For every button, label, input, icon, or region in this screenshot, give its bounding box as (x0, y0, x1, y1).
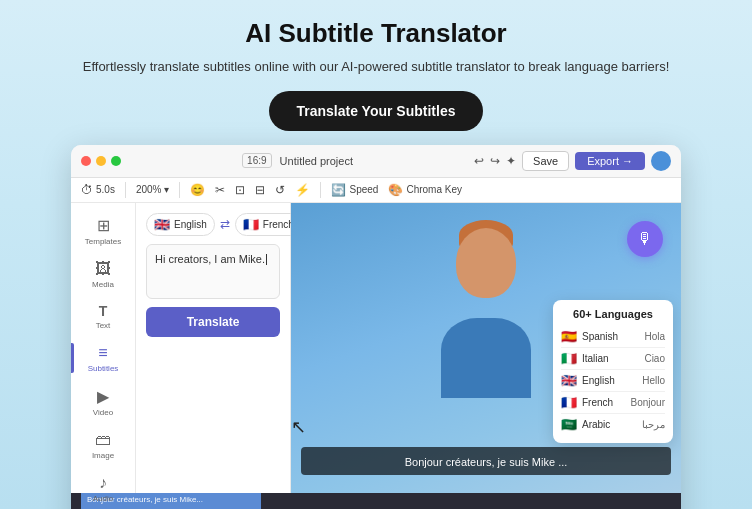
text-cursor (266, 254, 267, 265)
export-button[interactable]: Export → (575, 152, 645, 170)
toolbar-divider-3 (320, 182, 321, 198)
toolbar-crop[interactable]: ⊡ (235, 183, 245, 197)
italian-flag: 🇮🇹 (561, 351, 577, 366)
toolbar-zoom[interactable]: 200% ▾ (136, 184, 170, 195)
close-button[interactable] (81, 156, 91, 166)
mic-icon: 🎙 (637, 230, 653, 248)
scissors-icon: ✂ (215, 183, 225, 197)
spanish-flag: 🇪🇸 (561, 329, 577, 344)
toolbar-speed[interactable]: 🔄 Speed (331, 183, 378, 197)
layout-icon: ⊟ (255, 183, 265, 197)
face (456, 228, 516, 298)
save-button[interactable]: Save (522, 151, 569, 171)
chroma-icon: 🎨 (388, 183, 403, 197)
person-body (441, 318, 531, 398)
lang-item-italian[interactable]: 🇮🇹 Italian Ciao (561, 348, 665, 370)
video-icon: ▶ (97, 387, 109, 406)
traffic-lights (81, 156, 121, 166)
person-head (456, 228, 516, 298)
timeline-row-subtitles: Bonjour créateurs, je suis Mike... (81, 493, 671, 510)
sidebar-item-wrapper-text: T Text (71, 298, 135, 335)
swap-icon[interactable]: ⇄ (220, 217, 230, 231)
timeline-rows: Bonjour créateurs, je suis Mike... + (81, 493, 671, 510)
source-language-badge[interactable]: 🇬🇧 English (146, 213, 215, 236)
app-window: 16:9 Untitled project ↩ ↪ ✦ Save Export … (71, 145, 681, 510)
toolbar-divider (125, 182, 126, 198)
aspect-ratio-badge[interactable]: 16:9 (242, 153, 271, 168)
sidebar-item-image[interactable]: 🗃 Image (71, 426, 135, 465)
french-flag-list: 🇫🇷 (561, 395, 577, 410)
sidebar-item-wrapper-media: 🖼 Media (71, 255, 135, 294)
speed-icon: 🔄 (331, 183, 346, 197)
lang-item-arabic[interactable]: 🇸🇦 Arabic مرحبا (561, 414, 665, 435)
emoji-icon: 😊 (190, 183, 205, 197)
sidebar-item-wrapper-templates: ⊞ Templates (71, 211, 135, 251)
crop-icon: ⊡ (235, 183, 245, 197)
translation-panel: 🇬🇧 English ⇄ 🇫🇷 French ▾ Hi creators, I … (136, 203, 291, 493)
lang-item-french[interactable]: 🇫🇷 French Bonjour (561, 392, 665, 414)
toolbar-chroma[interactable]: 🎨 Chroma Key (388, 183, 462, 197)
title-bar: 16:9 Untitled project ↩ ↪ ✦ Save Export … (71, 145, 681, 178)
media-icon: 🖼 (95, 260, 111, 278)
toolbar-duration[interactable]: ⏱ 5.0s (81, 183, 115, 197)
timeline-area: Bonjour créateurs, je suis Mike... + (71, 493, 681, 510)
toolbar-undo2[interactable]: ↺ (275, 183, 285, 197)
mic-button[interactable]: 🎙 (627, 221, 663, 257)
translate-button[interactable]: Translate (146, 307, 280, 337)
subtitle-text: Bonjour créateurs, je suis Mike ... (405, 456, 568, 468)
left-sidebar: ⊞ Templates 🖼 Media T Text ≡ (71, 203, 136, 493)
audio-icon: ♪ (99, 474, 107, 492)
toolbar-cut[interactable]: ✂ (215, 183, 225, 197)
undo-button[interactable]: ↩ (474, 154, 484, 168)
french-flag: 🇫🇷 (243, 217, 259, 232)
sidebar-item-wrapper-subtitles: ≡ Subtitles (71, 339, 135, 378)
toolbar-layout[interactable]: ⊟ (255, 183, 265, 197)
source-text-box[interactable]: Hi creators, I am Mike. (146, 244, 280, 299)
english-flag: 🇬🇧 (154, 217, 170, 232)
toolbar: ⏱ 5.0s 200% ▾ 😊 ✂ ⊡ ⊟ ↺ ⚡ 🔄 Speed (71, 178, 681, 203)
language-row: 🇬🇧 English ⇄ 🇫🇷 French ▾ (146, 213, 280, 236)
sidebar-item-video[interactable]: ▶ Video (71, 382, 135, 422)
text-icon: T (99, 303, 108, 319)
page-title: AI Subtitle Translator (60, 18, 692, 49)
video-area: Bonjour créateurs, je suis Mike ... 🎙 60… (291, 203, 681, 493)
clock-icon: ⏱ (81, 183, 93, 197)
toolbar-emoji1[interactable]: 😊 (190, 183, 205, 197)
image-icon: 🗃 (95, 431, 111, 449)
magic-button[interactable]: ✦ (506, 154, 516, 168)
arabic-flag-list: 🇸🇦 (561, 417, 577, 432)
toolbar-divider-2 (179, 182, 180, 198)
sidebar-item-wrapper-video: ▶ Video (71, 382, 135, 422)
subtitles-icon: ≡ (98, 344, 107, 362)
sidebar-item-media[interactable]: 🖼 Media (71, 255, 135, 294)
hero-section: AI Subtitle Translator Effortlessly tran… (0, 0, 752, 145)
redo-button[interactable]: ↪ (490, 154, 500, 168)
languages-panel-title: 60+ Languages (561, 308, 665, 320)
main-layout: ⊞ Templates 🖼 Media T Text ≡ (71, 203, 681, 493)
content-area: 🇬🇧 English ⇄ 🇫🇷 French ▾ Hi creators, I … (136, 203, 681, 493)
english-flag-list: 🇬🇧 (561, 373, 577, 388)
subtitle-bar: Bonjour créateurs, je suis Mike ... (301, 447, 671, 475)
sidebar-item-wrapper-image: 🗃 Image (71, 426, 135, 465)
minimize-button[interactable] (96, 156, 106, 166)
title-bar-center: 16:9 Untitled project (129, 153, 466, 168)
sidebar-item-audio[interactable]: ♪ Audio (71, 469, 135, 508)
avatar[interactable] (651, 151, 671, 171)
maximize-button[interactable] (111, 156, 121, 166)
title-bar-actions: ↩ ↪ ✦ Save Export → (474, 151, 671, 171)
wand-icon: ⚡ (295, 183, 310, 197)
project-name[interactable]: Untitled project (280, 155, 353, 167)
lang-item-spanish[interactable]: 🇪🇸 Spanish Hola (561, 326, 665, 348)
undo-icon: ↺ (275, 183, 285, 197)
cta-button[interactable]: Translate Your Subtitles (269, 91, 484, 131)
cursor-arrow: ↖ (291, 416, 306, 438)
hero-subtitle: Effortlessly translate subtitles online … (60, 57, 692, 77)
toolbar-magic2[interactable]: ⚡ (295, 183, 310, 197)
sidebar-item-templates[interactable]: ⊞ Templates (71, 211, 135, 251)
languages-panel: 60+ Languages 🇪🇸 Spanish Hola 🇮🇹 Italian… (553, 300, 673, 443)
active-bar (71, 343, 74, 373)
templates-icon: ⊞ (97, 216, 110, 235)
sidebar-item-subtitles[interactable]: ≡ Subtitles (71, 339, 135, 378)
sidebar-item-text[interactable]: T Text (71, 298, 135, 335)
lang-item-english[interactable]: 🇬🇧 English Hello (561, 370, 665, 392)
